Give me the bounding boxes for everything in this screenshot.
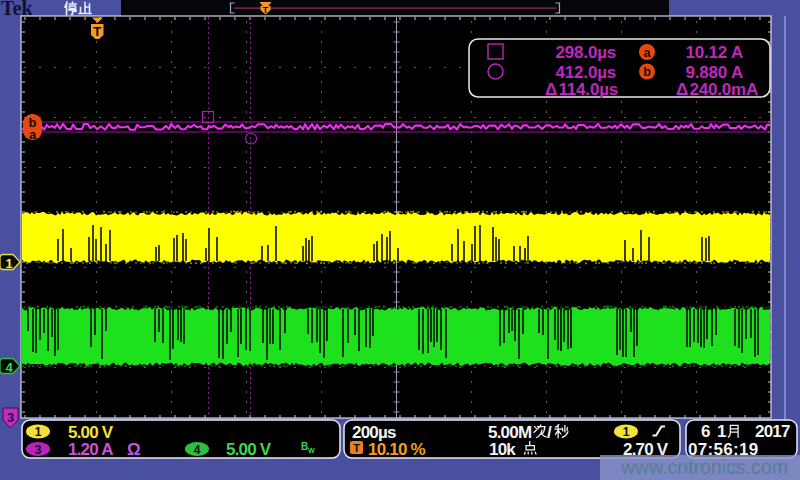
svg-text:W: W	[308, 447, 315, 454]
svg-text:b: b	[643, 65, 651, 79]
svg-text:6: 6	[701, 422, 710, 441]
svg-text:1.20 A: 1.20 A	[68, 440, 113, 459]
svg-text:a: a	[29, 127, 37, 142]
svg-text:10.10 %: 10.10 %	[368, 440, 425, 459]
svg-text:2017: 2017	[755, 422, 790, 441]
svg-text:10k: 10k	[489, 440, 516, 459]
svg-text:1: 1	[623, 425, 630, 439]
svg-text:1: 1	[717, 422, 726, 441]
svg-text:1: 1	[35, 425, 42, 439]
svg-text:5.00 V: 5.00 V	[226, 440, 272, 459]
svg-text:Δ114.0µs: Δ114.0µs	[545, 80, 618, 99]
svg-text:T: T	[263, 4, 269, 15]
svg-text:4: 4	[194, 443, 201, 457]
svg-text:3: 3	[35, 443, 42, 457]
svg-text:T: T	[93, 24, 101, 39]
svg-text:298.0µs: 298.0µs	[556, 43, 616, 62]
svg-text:10.12 A: 10.12 A	[685, 43, 743, 62]
svg-text:4: 4	[5, 360, 13, 375]
svg-text:3: 3	[7, 410, 14, 425]
svg-text:www.cntronics.com: www.cntronics.com	[620, 456, 788, 478]
svg-text:1: 1	[5, 256, 12, 271]
svg-text:a: a	[644, 46, 652, 60]
svg-text:T: T	[353, 442, 360, 454]
svg-text:Ω: Ω	[127, 440, 140, 459]
